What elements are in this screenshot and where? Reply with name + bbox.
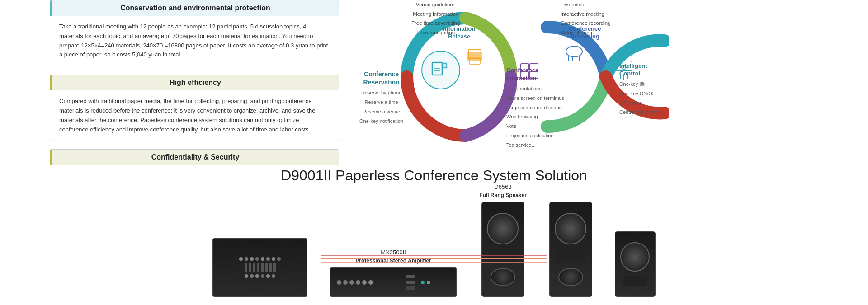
conf-reservation-title: ConferenceReservation — [359, 70, 403, 86]
bottom-title: D9001II Paperless Conference System Solu… — [0, 167, 868, 184]
meeting-info-label: Meeting information — [411, 9, 460, 19]
conf-reservation-items: Reserve by phone Reserve a time Reserve … — [359, 88, 403, 126]
high-efficiency-body: Compared with traditional paper media, t… — [50, 90, 339, 141]
vote: Vote — [506, 122, 564, 131]
confidentiality-title: Confidentiality & Security — [50, 150, 339, 165]
conservation-block: Conservation and environmental protectio… — [50, 0, 339, 66]
intelligent-control-items: One-key lift One-key ON/OFF IoT control … — [619, 80, 669, 117]
conf-interaction-group: ConferenceInteraction File annotations S… — [506, 67, 564, 150]
svg-point-0 — [422, 51, 460, 89]
same-screen: Same screen on terminals — [506, 94, 564, 103]
info-release-title: InformationRelease — [443, 25, 476, 41]
one-key-onoff: One-key ON/OFF — [619, 89, 669, 99]
speaker-tall-2 — [549, 202, 592, 297]
conf-recording-title: ConferenceRecording — [569, 25, 601, 41]
speaker-short — [615, 231, 656, 297]
connection-lines — [321, 248, 547, 272]
speaker-d6563: D6563 Full Rang Speaker — [479, 183, 527, 297]
conf-reservation-group: ConferenceReservation Reserve by phone R… — [359, 70, 403, 126]
conf-interaction-items: File annotations Same screen on terminal… — [506, 84, 564, 150]
high-efficiency-title: High efficiency — [50, 75, 339, 90]
svg-point-13 — [566, 46, 582, 57]
speaker-label: D6563 — [494, 183, 511, 190]
conservation-body: Take a traditional meeting with 12 peopl… — [50, 16, 339, 66]
large-screen: Large screen on-demand — [506, 103, 564, 113]
reserve-venue: Reserve a venue — [359, 107, 403, 117]
one-key-lift: One-key lift — [619, 80, 669, 89]
svg-rect-6 — [467, 52, 482, 61]
bottom-section: D9001II Paperless Conference System Solu… — [0, 167, 868, 301]
svg-point-5 — [441, 62, 448, 69]
diagram-section: Venue guidelines Meeting information Fre… — [353, 0, 669, 155]
info-release-group: InformationRelease — [443, 25, 476, 41]
conf-recording-group: ConferenceRecording — [569, 25, 601, 41]
web-browsing: Web browsing — [506, 112, 564, 122]
projection-app: Projection application — [506, 131, 564, 141]
reserve-phone: Reserve by phone — [359, 88, 403, 98]
tea-service: Tea service... — [506, 141, 564, 150]
file-annotations: File annotations — [506, 84, 564, 94]
one-key-notification: One-key notification — [359, 117, 403, 126]
conservation-title: Conservation and environmental protectio… — [50, 0, 339, 16]
centralized-control: Centralized control — [619, 108, 669, 117]
mixer-equipment — [212, 238, 307, 297]
interactive-meeting-label: Interactive meeting — [561, 9, 611, 19]
live-online-label: Live online — [561, 0, 611, 9]
high-efficiency-block: High efficiency Compared with traditiona… — [50, 75, 339, 141]
conf-interaction-title: ConferenceInteraction — [506, 67, 564, 82]
venue-guideline-label: Venue guidelines — [411, 0, 460, 9]
speaker-sublabel: Full Rang Speaker — [479, 192, 527, 198]
reserve-time: Reserve a time — [359, 98, 403, 107]
iot-control: IoT control — [619, 99, 669, 108]
intelligent-control-title: Intelligent Control — [619, 62, 669, 78]
intelligent-control-group: Intelligent Control One-key lift One-key… — [619, 62, 669, 117]
